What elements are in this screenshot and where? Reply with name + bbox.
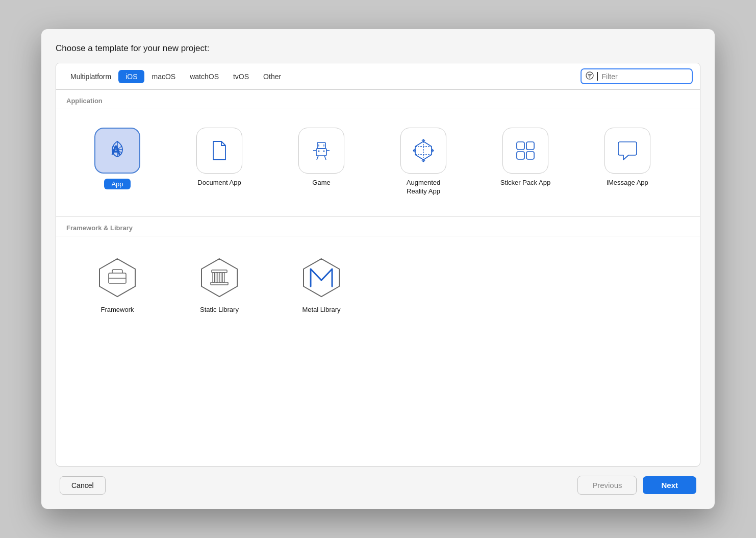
template-static-library[interactable]: Static Library <box>168 247 270 323</box>
filter-icon <box>586 71 594 81</box>
svg-rect-6 <box>316 149 326 156</box>
svg-rect-16 <box>526 142 534 150</box>
svg-rect-28 <box>223 273 225 282</box>
main-content: Multiplatform iOS macOS watchOS tvOS Oth… <box>56 63 700 467</box>
footer-right: Previous Next <box>577 476 696 495</box>
sticker-icon-box <box>502 128 548 174</box>
tab-bar: Multiplatform iOS macOS watchOS tvOS Oth… <box>56 63 700 90</box>
tab-ios[interactable]: iOS <box>118 70 144 83</box>
template-metal-library[interactable]: Metal Library <box>270 247 372 323</box>
svg-line-7 <box>317 156 318 160</box>
framework-icon-box <box>94 255 140 301</box>
imessage-icon-box <box>604 128 650 174</box>
tab-tvos[interactable]: tvOS <box>226 70 256 83</box>
app-icon-box: A <box>94 128 140 174</box>
ar-icon-box <box>400 128 446 174</box>
svg-text:A: A <box>111 142 121 158</box>
template-document-app[interactable]: Document App <box>168 119 270 204</box>
svg-rect-26 <box>216 273 218 282</box>
svg-marker-19 <box>99 259 135 297</box>
filter-input[interactable] <box>602 72 684 81</box>
framework-label: Framework <box>100 306 134 314</box>
tab-other[interactable]: Other <box>256 70 288 83</box>
document-icon-box <box>196 128 242 174</box>
tab-watchos[interactable]: watchOS <box>183 70 226 83</box>
metal-library-label: Metal Library <box>302 306 340 314</box>
template-ar-app[interactable]: AugmentedReality App <box>372 119 474 204</box>
template-sticker-pack[interactable]: Sticker Pack App <box>474 119 576 204</box>
svg-rect-25 <box>213 273 215 282</box>
document-app-label: Document App <box>197 179 241 187</box>
dialog: Choose a template for your new project: … <box>41 29 715 509</box>
section-header-framework: Framework & Library <box>56 217 700 236</box>
svg-rect-18 <box>526 152 534 159</box>
template-imessage-app[interactable]: iMessage App <box>576 119 678 204</box>
scroll-area: Application A <box>56 90 700 466</box>
tab-macos[interactable]: macOS <box>144 70 183 83</box>
game-label: Game <box>312 179 330 187</box>
svg-rect-24 <box>212 270 227 273</box>
svg-rect-23 <box>211 282 228 285</box>
cancel-button[interactable]: Cancel <box>60 476 106 495</box>
svg-line-8 <box>324 156 326 160</box>
static-library-label: Static Library <box>200 306 239 314</box>
ar-app-label: AugmentedReality App <box>407 179 441 196</box>
application-grid: A App Document App <box>56 109 700 217</box>
previous-button[interactable]: Previous <box>577 476 637 495</box>
imessage-app-label: iMessage App <box>607 179 648 187</box>
svg-point-12 <box>323 151 325 152</box>
static-library-icon-box <box>196 255 242 301</box>
framework-grid: Framework <box>56 236 700 335</box>
svg-point-11 <box>318 151 320 152</box>
svg-marker-29 <box>304 259 339 297</box>
game-icon-box <box>298 128 344 174</box>
next-button[interactable]: Next <box>643 476 696 494</box>
dialog-title: Choose a template for your new project: <box>56 43 700 54</box>
svg-rect-17 <box>517 152 524 159</box>
footer: Cancel Previous Next <box>56 467 700 497</box>
template-framework[interactable]: Framework <box>66 247 168 323</box>
app-label: App <box>104 179 130 189</box>
template-game[interactable]: Game <box>270 119 372 204</box>
metal-library-icon-box <box>298 255 344 301</box>
section-header-application: Application <box>56 90 700 109</box>
svg-rect-27 <box>219 273 221 282</box>
tab-multiplatform[interactable]: Multiplatform <box>63 70 118 83</box>
filter-box <box>581 68 693 84</box>
template-app[interactable]: A App <box>66 119 168 204</box>
svg-rect-15 <box>517 142 524 150</box>
sticker-pack-label: Sticker Pack App <box>500 179 550 187</box>
